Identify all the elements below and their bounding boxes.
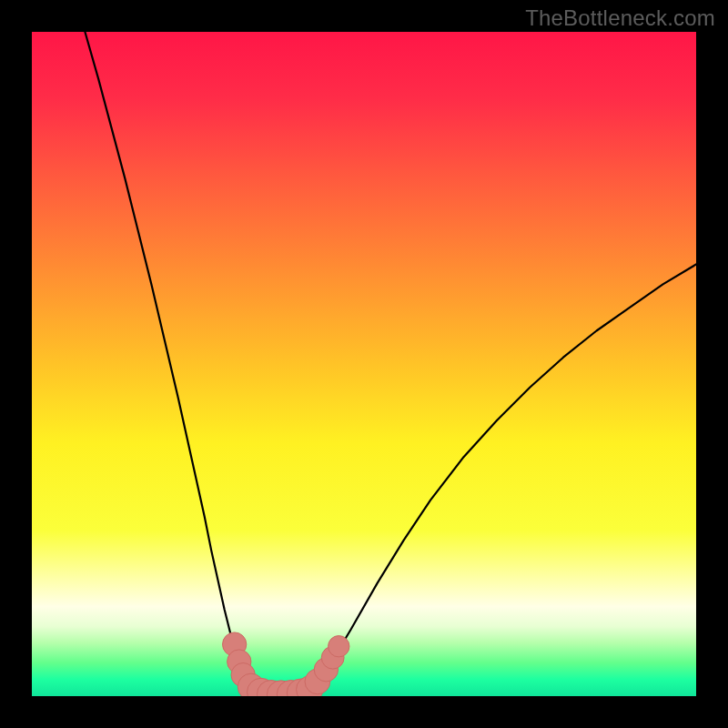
marker-point bbox=[329, 636, 349, 657]
watermark-label: TheBottleneck.com bbox=[525, 5, 715, 31]
chart-frame: TheBottleneck.com bbox=[0, 0, 728, 728]
gradient-background bbox=[32, 32, 696, 696]
plot-area bbox=[32, 32, 696, 696]
chart-svg bbox=[32, 32, 696, 696]
